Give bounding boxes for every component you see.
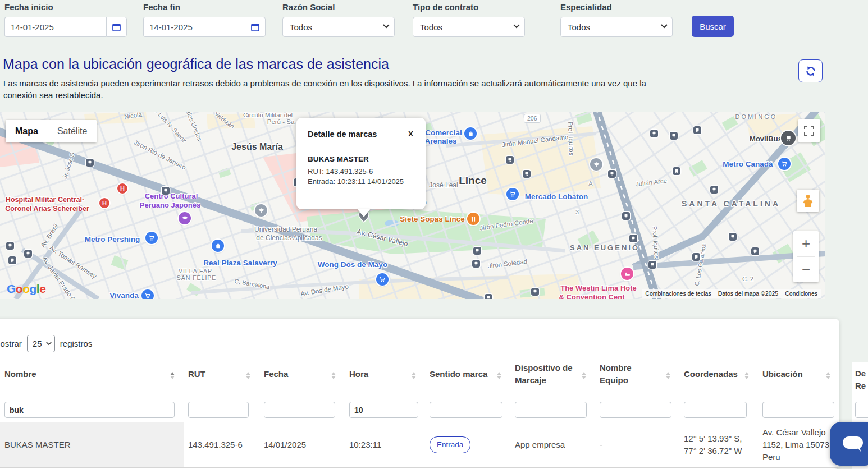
- bus-stop-icon: [531, 288, 539, 296]
- keyboard-shortcuts-link[interactable]: Combinaciones de teclas: [642, 289, 714, 298]
- cell-nombre-equipo: -: [595, 422, 679, 467]
- restaurant-poi-icon[interactable]: [467, 213, 479, 225]
- attendance-map-page: Fecha inicio Fecha fin Razón Social Todo…: [0, 0, 868, 469]
- column-header-fecha[interactable]: Fecha: [259, 362, 345, 396]
- fullscreen-button[interactable]: [798, 119, 820, 142]
- google-map[interactable]: Jesús MaríaLinceSANTA CATALINASAN EUGENI…: [0, 112, 825, 299]
- info-window-close-button[interactable]: X: [408, 130, 413, 138]
- map-label: C. 2: [742, 275, 753, 282]
- filter-input-nombre-equipo[interactable]: [600, 402, 671, 418]
- bus-stop-icon: [751, 247, 759, 255]
- shopping-bag-poi-icon[interactable]: [464, 127, 477, 140]
- zoom-control: + −: [793, 231, 819, 282]
- buscar-button[interactable]: Buscar: [692, 16, 734, 37]
- calendar-icon: [250, 22, 260, 32]
- map-label: SAN EUGENIO: [570, 243, 639, 252]
- calendar-icon: [112, 22, 121, 32]
- column-header-dispositivo-de-marcaje[interactable]: Dispositivo deMarcaje: [510, 362, 595, 396]
- map-label: Peruano Japonés: [140, 201, 200, 209]
- filter-input-rut[interactable]: [188, 402, 249, 418]
- tipo-contrato-selectwrap: Todos: [413, 17, 525, 37]
- bus-stop-icon: [710, 186, 718, 194]
- shopping-cart-poi-icon[interactable]: [145, 232, 158, 244]
- cell-nombre: BUKAS MASTER: [0, 422, 184, 467]
- map-label: SANTA CATALINA: [682, 199, 780, 208]
- map-label: Vivanda: [109, 291, 139, 300]
- hotel-poi-icon[interactable]: [621, 268, 633, 280]
- hospital-poi-icon[interactable]: H: [99, 198, 109, 208]
- column-header-nombre-equipo[interactable]: NombreEquipo: [595, 362, 679, 396]
- sort-arrows-icon: [826, 371, 832, 380]
- map-label: Lince: [459, 174, 487, 187]
- filter-input-nombre[interactable]: [4, 402, 175, 418]
- shopping-bag-poi-icon[interactable]: [212, 240, 224, 252]
- sort-arrows-icon: [497, 371, 502, 380]
- fecha-fin-group: [143, 17, 266, 37]
- bus-stop-icon: [693, 126, 701, 134]
- map-type-satellite-button[interactable]: Satélite: [48, 120, 97, 142]
- sort-arrows-icon: [331, 371, 337, 380]
- map-label: Comercial: [425, 128, 462, 137]
- map-label: José Leal: [429, 181, 458, 189]
- filter-input-dispositivo-de-marcaje[interactable]: [515, 402, 587, 418]
- fecha-inicio-calendar-button[interactable]: [106, 17, 127, 37]
- razon-social-select[interactable]: Todos: [282, 17, 395, 37]
- filter-input-ubicaci-n[interactable]: [762, 402, 834, 418]
- map-label: MovilBus: [750, 135, 782, 143]
- bus-stop-icon: [523, 170, 531, 178]
- column-header-nombre[interactable]: Nombre: [0, 362, 184, 396]
- fecha-inicio-group: [4, 17, 127, 37]
- tipo-contrato-select[interactable]: Todos: [413, 17, 525, 37]
- filter-input-coordenadas[interactable]: [684, 402, 747, 418]
- map-type-control: Mapa Satélite: [6, 120, 97, 142]
- zoom-in-button[interactable]: +: [793, 231, 819, 256]
- filter-input-fecha[interactable]: [264, 402, 335, 418]
- shopping-cart-poi-icon[interactable]: [506, 188, 519, 200]
- fecha-inicio-input[interactable]: [4, 17, 106, 37]
- map-label: Metro Canadá: [723, 160, 773, 168]
- hospital-poi-icon[interactable]: H: [117, 183, 127, 194]
- bus-stop-icon: [86, 159, 94, 167]
- school-poi-icon[interactable]: [590, 158, 602, 171]
- map-label: The Westin Lima Hote: [560, 284, 637, 292]
- records-label: registros: [60, 339, 93, 348]
- transit-brand-poi-icon[interactable]: [781, 131, 796, 145]
- razon-social-selectwrap: Todos: [282, 17, 395, 37]
- bus-stop-icon: [673, 167, 680, 175]
- column-header-hora[interactable]: Hora: [345, 362, 425, 396]
- refresh-button[interactable]: [798, 59, 823, 82]
- column-header-sentido-marca[interactable]: Sentido marca: [425, 362, 510, 396]
- sort-arrows-icon: [582, 371, 587, 380]
- especialidad-select[interactable]: Todos: [560, 17, 673, 37]
- map-type-map-button[interactable]: Mapa: [6, 120, 48, 142]
- column-header-ubicaci-n[interactable]: Ubicación: [758, 362, 839, 396]
- shopping-cart-poi-icon[interactable]: [141, 289, 154, 299]
- cell-coordenadas: 12° 5' 13.93" S,77° 2' 36.72" W: [679, 422, 758, 467]
- sort-arrows-icon: [744, 371, 750, 380]
- map-label: Circulo Militar del: [243, 112, 293, 118]
- museum-poi-icon[interactable]: [179, 212, 191, 224]
- bus-stop-icon: [472, 260, 480, 268]
- table-row[interactable]: BUKAS MASTER143.491.325-614/01/202510:23…: [0, 422, 839, 468]
- sort-arrows-icon: [412, 371, 417, 380]
- page-length-select[interactable]: 25: [27, 335, 55, 352]
- filter-input-hora[interactable]: [349, 402, 418, 418]
- bus-stop-icon: [648, 261, 656, 269]
- zoom-out-button[interactable]: −: [793, 257, 819, 282]
- column-header-rut[interactable]: RUT: [184, 362, 259, 396]
- street-view-pegman-button[interactable]: [797, 190, 819, 212]
- shopping-cart-poi-icon[interactable]: [376, 273, 389, 286]
- fecha-fin-input[interactable]: [143, 17, 245, 37]
- bus-stop-icon: [24, 250, 32, 258]
- terms-link[interactable]: Condiciones: [782, 289, 821, 298]
- school-poi-icon[interactable]: [255, 204, 267, 217]
- marks-table-card: Mostrar 25 registros NombreRUTFechaHoraS…: [0, 319, 839, 469]
- clipped-column-filter-input[interactable]: [855, 402, 868, 418]
- chat-widget-button[interactable]: [830, 422, 868, 466]
- filter-input-sentido-marca[interactable]: [430, 402, 502, 418]
- google-logo[interactable]: Google: [7, 282, 45, 296]
- shopping-cart-poi-icon[interactable]: [778, 158, 791, 170]
- sort-arrows-icon: [666, 371, 671, 380]
- column-header-coordenadas[interactable]: Coordenadas: [679, 362, 758, 396]
- fecha-fin-calendar-button[interactable]: [245, 17, 266, 37]
